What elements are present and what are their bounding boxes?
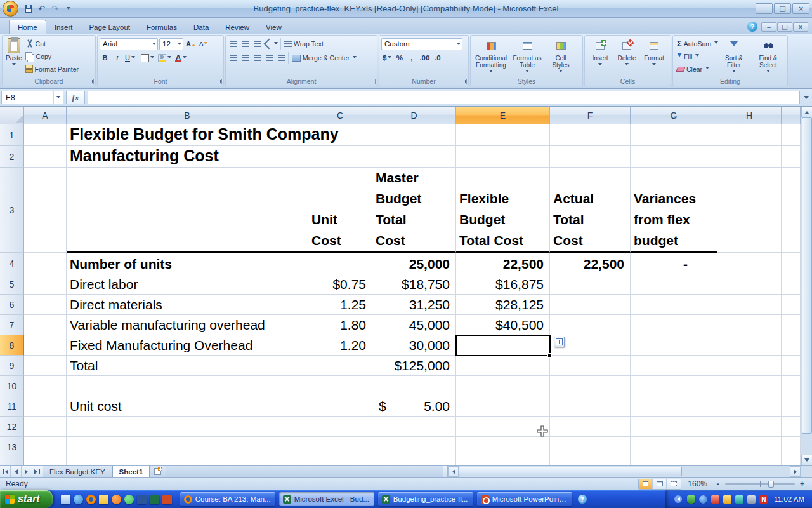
- cell-H14[interactable]: [717, 457, 782, 465]
- tab-formulas[interactable]: Formulas: [138, 20, 185, 34]
- zoom-slider-track[interactable]: [725, 483, 795, 485]
- cell-F9[interactable]: [550, 356, 631, 376]
- taskbar-window-excel-file[interactable]: Budgeting_practice-fl...: [378, 492, 473, 506]
- previous-sheet-button[interactable]: [11, 466, 22, 477]
- row-header-14[interactable]: [0, 457, 24, 465]
- cell-E1[interactable]: [456, 124, 550, 146]
- cell-B6[interactable]: Direct materials: [67, 295, 308, 315]
- internet-explorer-icon[interactable]: [74, 495, 83, 504]
- align-center-button[interactable]: [240, 52, 251, 64]
- cell-H8[interactable]: [717, 335, 782, 356]
- vertical-scrollbar[interactable]: [801, 107, 812, 465]
- fill-button[interactable]: Fill: [675, 50, 717, 62]
- horizontal-scrollbar[interactable]: [448, 466, 801, 477]
- cell-G11[interactable]: [631, 396, 717, 417]
- page-layout-view-button[interactable]: [653, 479, 667, 489]
- italic-button[interactable]: I: [112, 52, 122, 64]
- row-header-12[interactable]: 12: [0, 417, 24, 437]
- messenger-icon[interactable]: [124, 495, 134, 504]
- scroll-left-button[interactable]: [448, 466, 459, 477]
- cell-C10[interactable]: [308, 376, 372, 396]
- cell-B13[interactable]: [67, 437, 308, 457]
- alignment-dialog-launcher[interactable]: [370, 79, 376, 84]
- cell-B5[interactable]: Direct labor: [67, 274, 308, 295]
- volume-icon[interactable]: [735, 495, 743, 504]
- name-box[interactable]: E8: [1, 91, 63, 104]
- cell-F6[interactable]: [550, 295, 631, 315]
- cell-A1[interactable]: [24, 124, 67, 146]
- cell-G1[interactable]: [631, 124, 717, 146]
- cell-B3[interactable]: [67, 168, 308, 253]
- row-header-3[interactable]: 3: [0, 168, 24, 253]
- font-name-combo[interactable]: Arial: [100, 38, 158, 50]
- row-header-5[interactable]: 5: [0, 274, 24, 295]
- network-icon[interactable]: [699, 495, 707, 504]
- cell-C5[interactable]: $0.75: [308, 274, 372, 295]
- number-dialog-launcher[interactable]: [461, 79, 467, 84]
- cell-D5[interactable]: $18,750: [372, 274, 456, 295]
- cell-G13[interactable]: [631, 437, 717, 457]
- cut-button[interactable]: Cut: [23, 37, 81, 50]
- cell-A3[interactable]: [24, 168, 67, 253]
- column-header-A[interactable]: A: [24, 107, 67, 124]
- tab-page-layout[interactable]: Page Layout: [81, 20, 138, 34]
- cell-F13[interactable]: [550, 437, 631, 457]
- cell-E2[interactable]: [456, 146, 550, 168]
- cell-A5[interactable]: [24, 274, 67, 295]
- cell-E3[interactable]: Flexible Budget Total Cost: [456, 168, 550, 253]
- column-header-F[interactable]: F: [550, 107, 631, 124]
- cell-H13[interactable]: [717, 437, 782, 457]
- cell-D14[interactable]: [372, 457, 456, 465]
- cell-F2[interactable]: [550, 146, 631, 168]
- vertical-scroll-thumb[interactable]: [802, 117, 812, 434]
- taskbar-window-firefox[interactable]: Course: BA 213: Man...: [180, 492, 275, 506]
- cell-E10[interactable]: [456, 376, 550, 396]
- workbook-close-button[interactable]: ×: [793, 22, 808, 32]
- cell-D13[interactable]: [372, 437, 456, 457]
- decrease-decimal-button[interactable]: .0: [432, 52, 443, 64]
- cell-G14[interactable]: [631, 457, 717, 465]
- horizontal-scroll-track[interactable]: [459, 466, 790, 477]
- clipboard-dialog-launcher[interactable]: [88, 79, 94, 84]
- orientation-button[interactable]: [264, 38, 279, 50]
- help-button[interactable]: ?: [747, 22, 757, 32]
- cell-G9[interactable]: [631, 356, 717, 376]
- cell-D1[interactable]: [372, 124, 456, 146]
- column-header-E[interactable]: E: [456, 107, 550, 124]
- cell-D4[interactable]: 25,000: [372, 253, 456, 274]
- cell-D3[interactable]: Master Budget Total Cost: [372, 168, 456, 253]
- cell-E9[interactable]: [456, 356, 550, 376]
- insert-cells-button[interactable]: Insert: [587, 37, 613, 77]
- cell-G6[interactable]: [631, 295, 717, 315]
- format-cells-button[interactable]: Format: [640, 37, 668, 77]
- cell-A8[interactable]: [24, 335, 67, 356]
- wrap-text-button[interactable]: Wrap Text: [282, 38, 325, 50]
- cell-D8[interactable]: 30,000: [372, 335, 456, 356]
- zoom-slider-thumb[interactable]: [768, 481, 774, 488]
- column-header-H[interactable]: H: [717, 107, 782, 124]
- cell-D9[interactable]: $125,000: [372, 356, 456, 376]
- row-header-9[interactable]: 9: [0, 356, 24, 376]
- zoom-in-button[interactable]: +: [798, 479, 806, 488]
- autosum-button[interactable]: ΣAutoSum: [675, 37, 717, 50]
- select-all-corner[interactable]: [0, 107, 24, 124]
- cell-A9[interactable]: [24, 356, 67, 376]
- font-size-combo[interactable]: 12: [159, 38, 183, 50]
- bold-button[interactable]: B: [100, 52, 110, 64]
- close-button[interactable]: ×: [792, 3, 809, 14]
- office-button[interactable]: [3, 1, 18, 17]
- row-header-8[interactable]: 8: [0, 335, 24, 356]
- clear-button[interactable]: Clear: [675, 63, 717, 75]
- cell-H6[interactable]: [717, 295, 782, 315]
- conditional-formatting-button[interactable]: Conditional Formatting: [473, 37, 509, 77]
- cell-F4[interactable]: 22,500: [550, 253, 631, 274]
- cell-A14[interactable]: [24, 457, 67, 465]
- customize-qat-button[interactable]: [62, 3, 74, 15]
- find-select-button[interactable]: Find & Select: [751, 37, 785, 77]
- column-header-partial[interactable]: [782, 107, 801, 124]
- cell-I7[interactable]: [782, 315, 801, 335]
- cell-G7[interactable]: [631, 315, 717, 335]
- scroll-right-button[interactable]: [790, 466, 801, 477]
- column-header-C[interactable]: C: [308, 107, 372, 124]
- next-sheet-button[interactable]: [22, 466, 32, 477]
